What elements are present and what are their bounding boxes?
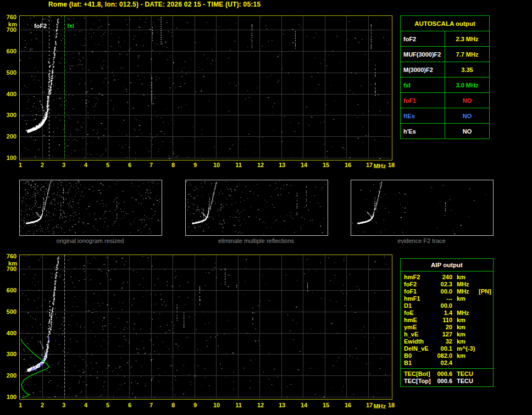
x-tick-label: 15 [323, 162, 329, 168]
profile-plot [19, 254, 392, 400]
aip-tec-row: TEC[Bot] 000.6 TECU [404, 370, 493, 378]
y-tick-label: 100 [7, 394, 16, 400]
aip-param-value: 127 [434, 331, 452, 338]
aip-param-label: hmE [404, 317, 434, 324]
x-tick-label: 18 [388, 402, 395, 408]
y-tick-label: 200 [7, 372, 16, 379]
table-row: ftEs NO [401, 108, 490, 124]
x-tick-label: 10 [213, 402, 220, 408]
aip-param-label: h_vE [404, 331, 434, 338]
aip-param-value: 20 [434, 324, 452, 331]
x-tick-label: 8 [171, 162, 175, 168]
param-value: 2.3 MHz [445, 31, 490, 47]
aip-row: foE 1.4 MHz [404, 309, 493, 317]
aip-param-value: 1.4 [434, 309, 452, 317]
aip-param-unit: km [452, 324, 475, 331]
param-label: h'Es [401, 124, 445, 139]
aip-param-unit [452, 302, 475, 309]
aip-param-extra [475, 338, 479, 345]
x-tick-label: 3 [62, 162, 65, 168]
x-tick-label: 14 [301, 402, 307, 408]
x-tick-label: 13 [279, 162, 285, 168]
aip-param-value: 00.1 [434, 345, 452, 352]
thumbnail-reflections-canvas [186, 180, 326, 234]
x-tick-label: 16 [345, 162, 351, 168]
aip-output-body: hmF2 240 km foF2 02.3 MHz foF1 00.0 MHz … [401, 272, 493, 386]
y-tick-label: 760 [7, 14, 16, 20]
aip-param-unit: TECU [452, 378, 475, 385]
aip-param-unit: km [452, 274, 475, 281]
aip-param-value: 32 [434, 338, 452, 345]
aip-param-unit: TECU [452, 370, 475, 378]
x-tick-label: 13 [279, 402, 285, 408]
aip-param-extra [475, 295, 479, 302]
aip-row: B0 082.0 km [404, 352, 493, 359]
x-tick-label: 2 [41, 402, 44, 408]
aip-param-unit: MHz [452, 309, 475, 317]
param-label: MUF(3000)F2 [401, 47, 445, 62]
y-tick-label: 400 [7, 330, 16, 336]
aip-param-unit: km [452, 317, 475, 324]
aip-row: h_vE 127 km [404, 331, 493, 338]
x-tick-label: 4 [84, 402, 87, 408]
aip-param-label: foF2 [404, 281, 434, 288]
aip-param-value: 02.3 [434, 281, 452, 288]
aip-param-extra [475, 324, 479, 331]
aip-row: hmF2 240 km [404, 274, 493, 281]
aip-tec-separator [401, 368, 493, 369]
param-value: 3.35 [445, 62, 490, 78]
aip-param-label: hmF1 [404, 295, 434, 302]
x-tick-label: 12 [257, 402, 264, 408]
y-tick-label: 500 [7, 308, 16, 315]
aip-param-extra [475, 281, 479, 288]
aip-param-label: B1 [404, 359, 434, 367]
aip-param-extra [475, 317, 479, 324]
aip-param-label: TEC[Top] [404, 378, 434, 385]
x-tick-label: 10 [213, 162, 220, 168]
aip-param-value: 02.4 [434, 359, 452, 367]
table-row: foF1 NO [401, 93, 490, 108]
y-tick-label: 300 [7, 351, 16, 357]
x-tick-label: 9 [193, 162, 197, 168]
aip-param-unit: km [452, 295, 475, 302]
aip-param-value: 00.0 [434, 288, 452, 295]
param-label: fxI [401, 78, 445, 93]
aip-row: ymE 20 km [404, 324, 493, 331]
aip-row: B1 02.4 [404, 359, 493, 367]
x-tick-label: 18 [388, 162, 395, 168]
x-tick-label: 2 [41, 162, 44, 168]
aip-row: D1 00.0 [404, 302, 493, 309]
aip-tec-row: TEC[Top] 000.6 TECU [404, 378, 493, 385]
aip-row: hmE 110 km [404, 317, 493, 324]
y-axis-unit: km [8, 21, 17, 27]
aip-param-extra [475, 359, 479, 367]
aip-param-extra [475, 302, 479, 309]
thumbnail-original-resized [19, 180, 162, 236]
thumbnail-evidence-f2 [351, 180, 494, 236]
aip-param-unit: MHz [452, 281, 475, 288]
thumbnail-evidence-canvas [351, 180, 492, 234]
thumbnail-caption: evidence F2 trace [351, 237, 492, 244]
param-value: NO [445, 124, 490, 139]
param-label: foF2 [401, 31, 445, 47]
ionogram-plot: foF2 fxI [19, 15, 392, 161]
y-tick-label: 100 [7, 154, 16, 161]
x-tick-label: 17 [366, 162, 373, 168]
x-tick-label: 1 [19, 162, 22, 168]
table-row: MUF(3000)F2 7.7 MHz [401, 47, 490, 62]
aip-param-label: D1 [404, 302, 434, 309]
aip-param-unit: m^(-3) [452, 345, 475, 352]
y-axis-unit: km [8, 260, 17, 267]
param-value: 7.7 MHz [445, 47, 490, 62]
param-value: NO [445, 108, 490, 124]
aip-param-unit: km [452, 331, 475, 338]
aip-param-value: 00.0 [434, 302, 452, 309]
x-tick-label: 9 [193, 402, 197, 408]
y-tick-label: 600 [7, 48, 16, 54]
aip-param-label: foF1 [404, 288, 434, 295]
aip-row: Ewidth 32 km [404, 338, 493, 345]
x-tick-label: 12 [257, 162, 264, 168]
x-tick-label: 4 [84, 162, 87, 168]
aip-param-label: B0 [404, 352, 434, 359]
aip-param-unit [452, 359, 475, 367]
